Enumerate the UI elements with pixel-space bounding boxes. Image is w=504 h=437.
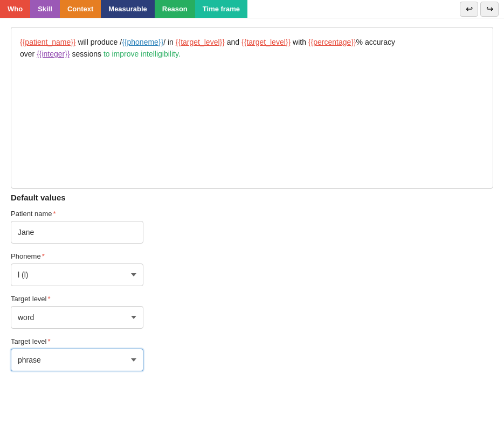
tab-measurable[interactable]: Measurable [101, 0, 155, 18]
target-level-1-required: * [47, 295, 50, 303]
text-over: over [20, 50, 37, 58]
var-percentage: {{percentage}} [308, 38, 356, 46]
target-level-1-group: Target level* word phrase sentence conne… [11, 295, 493, 329]
phoneme-group: Phoneme* l (l) r (r) s (s) sh (ʃ) th (θ) [11, 252, 493, 286]
var-patient-name: {{patient_name}} [20, 38, 76, 46]
patient-name-input[interactable] [11, 221, 143, 244]
text-slash-in: / in [163, 38, 176, 46]
text-and: and [225, 38, 241, 46]
target-level-2-required: * [47, 337, 50, 345]
redo-button[interactable]: ↪ [480, 2, 499, 17]
template-line-2: over {{integer}} sessions to improve int… [20, 48, 484, 60]
tab-context[interactable]: Context [60, 0, 101, 18]
text-will-produce: will produce / [76, 38, 122, 46]
tab-who[interactable]: Who [0, 0, 30, 18]
phoneme-required: * [42, 252, 45, 260]
target-level-2-select[interactable]: word phrase sentence connected speech [11, 349, 143, 371]
undo-redo-group: ↩ ↪ [460, 2, 504, 17]
target-level-1-select[interactable]: word phrase sentence connected speech [11, 306, 143, 329]
target-level-2-group: Target level* word phrase sentence conne… [11, 337, 493, 371]
patient-name-group: Patient name* [11, 210, 493, 244]
phoneme-select[interactable]: l (l) r (r) s (s) sh (ʃ) th (θ) [11, 263, 143, 286]
template-editor[interactable]: {{patient_name}} will produce /{{phoneme… [11, 27, 493, 189]
default-values-section: Default values Patient name* Phoneme* l … [0, 193, 504, 391]
text-intelligibility: to improve intelligibility. [103, 50, 181, 58]
app-container: Who Skill Context Measurable Reason Time… [0, 0, 504, 437]
var-target-level-1: {{target_level}} [176, 38, 225, 46]
phoneme-label: Phoneme* [11, 252, 493, 260]
tab-buttons: Who Skill Context Measurable Reason Time… [0, 0, 247, 18]
target-level-1-label: Target level* [11, 295, 493, 303]
tab-skill[interactable]: Skill [30, 0, 60, 18]
tab-timeframe[interactable]: Time frame [195, 0, 247, 18]
var-integer: {{integer}} [37, 50, 70, 58]
text-pct-accuracy: % accuracy [356, 38, 395, 46]
target-level-2-label: Target level* [11, 337, 493, 345]
toolbar: Who Skill Context Measurable Reason Time… [0, 0, 504, 18]
patient-name-label: Patient name* [11, 210, 493, 218]
tab-reason[interactable]: Reason [155, 0, 195, 18]
undo-button[interactable]: ↩ [460, 2, 478, 17]
section-title: Default values [11, 193, 493, 202]
patient-name-required: * [53, 210, 56, 218]
text-with: with [291, 38, 308, 46]
template-line: {{patient_name}} will produce /{{phoneme… [20, 36, 484, 48]
text-sessions: sessions [70, 50, 103, 58]
var-target-level-2: {{target_level}} [241, 38, 291, 46]
var-phoneme: {{phoneme}} [122, 38, 163, 46]
